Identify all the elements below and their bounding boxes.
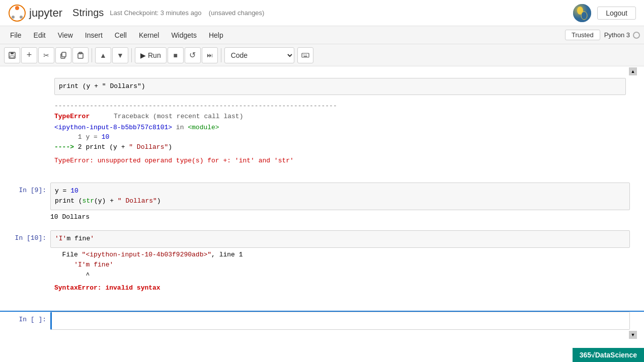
cell-9-content: y = 10 print (str(y) + " Dollars") 10 Do… [50, 183, 630, 225]
menu-cell[interactable]: Cell [109, 29, 133, 41]
cut-button[interactable]: ✂ [38, 47, 54, 63]
menubar: File Edit View Insert Cell Kernel Widget… [0, 26, 644, 44]
logo-text: jupyter [29, 7, 62, 20]
menu-view[interactable]: View [52, 29, 79, 41]
error-type-line: TypeError Traceback (most recent call la… [54, 112, 626, 122]
copy-button[interactable] [55, 47, 71, 63]
cell-empty-prompt: In [ ]: [0, 312, 50, 327]
cell-10-prompt: In [10]: [0, 230, 50, 246]
jupyter-logo-icon [8, 4, 26, 22]
jupyter-logo: jupyter [8, 4, 62, 22]
add-cell-button[interactable]: + [21, 47, 37, 63]
restart-run-button[interactable]: ⏭ [202, 47, 218, 63]
module-ref[interactable]: <module> [188, 124, 219, 131]
notebook-title[interactable]: Strings [72, 7, 104, 19]
badge-text: 365√DataScience [580, 351, 637, 359]
error-separator-1: ----------------------------------------… [54, 101, 626, 111]
run-button[interactable]: ▶ Run [135, 47, 167, 63]
svg-point-3 [20, 16, 23, 19]
cell-10: In [10]: 'I'm fine' File "<ipython-input… [0, 230, 644, 296]
logout-button[interactable]: Logout [597, 7, 636, 20]
cell-10-error: File "<ipython-input-10-4b03f9290adb>", … [50, 248, 630, 296]
restart-button[interactable]: ↺ [185, 47, 201, 63]
menu-file[interactable]: File [4, 29, 28, 41]
cell-10-input[interactable]: 'I'm fine' [50, 230, 630, 248]
menu-edit[interactable]: Edit [28, 29, 52, 41]
error-input-ref: <ipython-input-8-b5bb757c8101> in <modul… [54, 123, 626, 133]
cell-10-pointer: ^ [58, 270, 626, 281]
cell-empty-input[interactable] [50, 312, 630, 330]
separator-3 [221, 48, 221, 62]
cell-10-line-content: 'I'm fine' [58, 260, 626, 270]
error-message-1: TypeError: unsupported operand type(s) f… [54, 156, 626, 166]
error-type: TypeError [54, 113, 90, 120]
cell-9-prompt: In [9]: [0, 183, 50, 198]
menu-widgets[interactable]: Widgets [165, 29, 203, 41]
svg-rect-12 [62, 52, 66, 57]
error-line1: 1 y = 10 [54, 132, 626, 142]
cell-type-select[interactable]: Code Markdown Raw NBConvert [224, 47, 294, 63]
input-ref-link[interactable]: <ipython-input-8-b5bb757c8101> [54, 124, 172, 131]
header: jupyter Strings Last Checkpoint: 3 minut… [0, 0, 644, 26]
traceback-header: Traceback (most recent call last) [114, 113, 243, 120]
save-button[interactable] [4, 47, 20, 63]
cell-9-output: 10 Dollars [50, 210, 630, 225]
svg-point-2 [12, 16, 15, 19]
cell-10-error-msg: SyntaxError: invalid syntax [54, 283, 626, 294]
menu-help[interactable]: Help [203, 29, 229, 41]
svg-rect-10 [10, 56, 14, 58]
cell-1-prompt [0, 76, 50, 84]
copy-icon [59, 51, 67, 59]
run-label: Run [148, 51, 161, 59]
scroll-up-indicator[interactable]: ▲ [629, 67, 637, 75]
kernel-info: Python 3 [604, 31, 640, 39]
menu-insert[interactable]: Insert [79, 29, 109, 41]
cell-1-print-line: print (y + " Dollars") [54, 78, 626, 95]
svg-point-7 [581, 12, 587, 20]
cell-1-error: print (y + " Dollars") -----------------… [0, 75, 644, 172]
stop-button[interactable]: ■ [168, 47, 184, 63]
keyboard-icon [301, 51, 309, 59]
kernel-name-label: Python 3 [604, 31, 630, 39]
move-down-button[interactable]: ▼ [112, 47, 128, 63]
keyboard-shortcuts-button[interactable] [297, 47, 313, 63]
notebook-content: ▲ print (y + " Dollars") ---------------… [0, 66, 644, 362]
separator-2 [131, 48, 132, 62]
cell-9: In [9]: y = 10 print (str(y) + " Dollars… [0, 182, 644, 225]
svg-rect-15 [302, 53, 309, 57]
checkpoint-text: Last Checkpoint: 3 minutes ago (unsaved … [110, 9, 264, 17]
move-up-button[interactable]: ▲ [95, 47, 111, 63]
paste-icon [76, 51, 85, 59]
scroll-down-indicator[interactable]: ▼ [629, 331, 637, 339]
paste-button[interactable] [72, 47, 89, 63]
cell-10-file-ref: File "<ipython-input-10-4b03f9290adb>", … [54, 250, 626, 260]
separator-1 [92, 48, 92, 62]
kernel-status-circle [633, 32, 640, 39]
in-text: in [176, 124, 188, 131]
python-icon [572, 3, 592, 23]
cell-10-content: 'I'm fine' File "<ipython-input-10-4b03f… [50, 230, 630, 296]
menu-kernel[interactable]: Kernel [133, 29, 165, 41]
svg-point-1 [15, 6, 19, 10]
cell-empty-content [50, 312, 630, 330]
save-icon [8, 51, 16, 59]
svg-rect-9 [11, 52, 14, 54]
cell-empty: In [ ]: [0, 311, 644, 330]
datasicence-badge: 365√DataScience [573, 348, 644, 362]
trusted-button[interactable]: Trusted [565, 30, 600, 40]
cell-9-input[interactable]: y = 10 print (str(y) + " Dollars") [50, 183, 630, 211]
toolbar: + ✂ ▲ ▼ ▶ Run ■ ↺ ⏭ Code Markdown Raw NB… [0, 44, 644, 66]
cell-1-output: print (y + " Dollars") -----------------… [50, 76, 630, 172]
error-line2: ----> 2 print (y + " Dollars") [54, 142, 626, 152]
cell-1-content: print (y + " Dollars") -----------------… [50, 76, 630, 172]
